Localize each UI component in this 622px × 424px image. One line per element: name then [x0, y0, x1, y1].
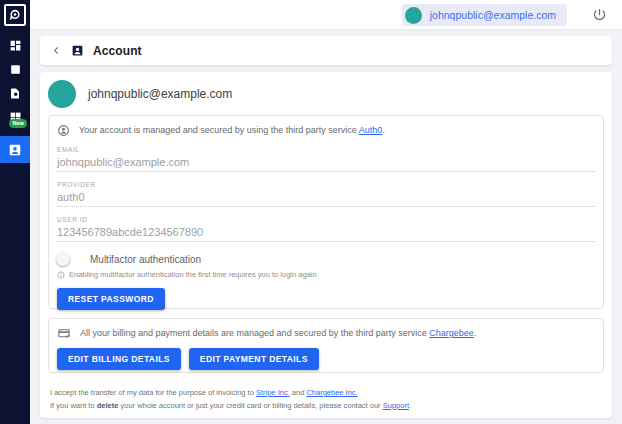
page-header: Account	[40, 36, 612, 65]
power-icon	[592, 7, 609, 22]
mfa-toggle-knob	[56, 252, 70, 266]
footer-line1-prefix: I accept the transfer of my data for the…	[50, 388, 256, 397]
new-feature-badge: New	[9, 119, 27, 128]
stripe-link[interactable]: Stripe Inc.	[256, 388, 290, 397]
footer-line-2: If you want to delete your whole account…	[50, 399, 411, 412]
info-icon	[57, 271, 65, 279]
auth-section: Your account is managed and secured by u…	[48, 115, 604, 309]
page-title: Account	[93, 44, 142, 58]
footer-line2-mid: your whole account or just your credit c…	[118, 401, 382, 410]
chevron-left-icon	[51, 45, 62, 56]
auth-notice-suffix: .	[382, 125, 385, 135]
mfa-row: Multifactor authentication	[57, 254, 595, 265]
mfa-info-text: Enabling multifactor authentication the …	[69, 270, 317, 279]
logo-spiral-icon	[8, 8, 22, 22]
email-field[interactable]: johnqpublic@example.com	[57, 154, 595, 172]
mfa-info-row: Enabling multifactor authentication the …	[57, 270, 595, 279]
chargebee-link[interactable]: Chargebee	[429, 328, 474, 338]
mfa-label: Multifactor authentication	[90, 254, 201, 265]
user-menu-chip[interactable]: johnqpublic@example.com	[402, 4, 567, 26]
mfa-toggle[interactable]	[57, 254, 77, 265]
email-field-label: EMAIL	[57, 146, 595, 154]
billing-notice: All your billing and payment details are…	[57, 327, 595, 340]
reset-password-button[interactable]: RESET PASSWORD	[57, 288, 165, 310]
document-icon	[9, 87, 21, 100]
user-id-field-group: USER ID 123456789abcde1234567890	[57, 216, 595, 242]
sidebar-item-documents[interactable]	[0, 81, 30, 106]
sidebar-item-account[interactable]	[0, 136, 30, 163]
user-id-field-label: USER ID	[57, 216, 595, 224]
billing-section: All your billing and payment details are…	[48, 318, 604, 373]
sidebar-item-screens[interactable]	[0, 57, 30, 82]
account-card: johnqpublic@example.com Your account is …	[40, 72, 612, 418]
profile-avatar	[48, 80, 76, 108]
user-avatar	[405, 7, 422, 24]
square-icon	[9, 63, 22, 76]
app-logo[interactable]	[4, 4, 26, 26]
chargebee-inc-link[interactable]: Chargebee Inc.	[306, 388, 357, 397]
footer-line-1: I accept the transfer of my data for the…	[50, 386, 411, 399]
legal-footer: I accept the transfer of my data for the…	[50, 386, 411, 412]
footer-line2-delete: delete	[97, 401, 119, 410]
provider-field[interactable]: auth0	[57, 189, 595, 207]
billing-buttons: EDIT BILLING DETAILS EDIT PAYMENT DETAIL…	[57, 348, 595, 370]
provider-field-group: PROVIDER auth0	[57, 181, 595, 207]
back-button[interactable]	[51, 45, 62, 56]
support-link[interactable]: Support	[383, 401, 409, 410]
auth-notice-text: Your account is managed and secured by u…	[79, 124, 385, 137]
account-header-icon	[71, 44, 84, 57]
auth-notice: Your account is managed and secured by u…	[57, 124, 595, 137]
footer-line2-suffix: .	[409, 401, 411, 410]
email-field-group: EMAIL johnqpublic@example.com	[57, 146, 595, 172]
footer-line1-mid: and	[290, 388, 307, 397]
auth-person-icon	[57, 124, 70, 137]
sidebar: New	[0, 0, 30, 424]
billing-notice-prefix: All your billing and payment details are…	[80, 328, 429, 338]
sidebar-item-dashboard[interactable]	[0, 33, 30, 58]
auth-notice-prefix: Your account is managed and secured by u…	[79, 125, 359, 135]
topbar: johnqpublic@example.com	[30, 0, 622, 30]
edit-billing-details-button[interactable]: EDIT BILLING DETAILS	[57, 348, 181, 370]
auth0-link[interactable]: Auth0	[359, 125, 383, 135]
account-icon	[8, 143, 22, 157]
billing-notice-text: All your billing and payment details are…	[80, 327, 476, 340]
dashboard-icon	[9, 39, 22, 52]
provider-field-label: PROVIDER	[57, 181, 595, 189]
user-id-field[interactable]: 123456789abcde1234567890	[57, 224, 595, 242]
footer-line2-prefix: If you want to	[50, 401, 97, 410]
edit-payment-details-button[interactable]: EDIT PAYMENT DETAILS	[189, 348, 319, 370]
logout-power-button[interactable]	[592, 6, 609, 23]
credit-card-icon	[57, 327, 71, 340]
profile-email: johnqpublic@example.com	[88, 87, 232, 101]
billing-notice-suffix: .	[474, 328, 477, 338]
user-email: johnqpublic@example.com	[430, 9, 556, 21]
